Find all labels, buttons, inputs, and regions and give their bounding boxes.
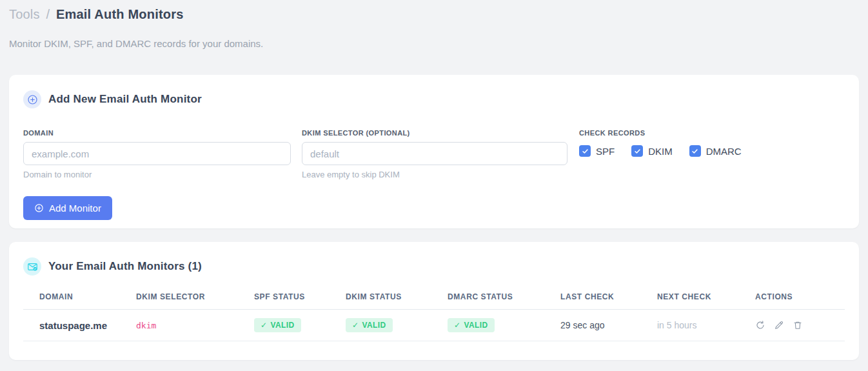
add-monitor-button-label: Add Monitor bbox=[49, 203, 101, 214]
refresh-icon[interactable] bbox=[755, 320, 765, 330]
dkim-selector-field-hint: Leave empty to skip DKIM bbox=[302, 170, 567, 179]
add-monitor-card-title: Add New Email Auth Monitor bbox=[48, 93, 202, 106]
column-header-domain: DOMAIN bbox=[23, 287, 136, 310]
dmarc-status-text: VALID bbox=[464, 321, 488, 330]
monitor-actions bbox=[755, 320, 845, 330]
dkim-selector-field-label: DKIM SELECTOR (OPTIONAL) bbox=[302, 129, 567, 137]
column-header-spf-status: SPF STATUS bbox=[254, 287, 346, 310]
domain-input[interactable] bbox=[23, 142, 291, 165]
dkim-selector-field-group: DKIM SELECTOR (OPTIONAL) Leave empty to … bbox=[302, 129, 567, 179]
check-icon: ✓ bbox=[352, 321, 359, 330]
monitor-next-check: in 5 hours bbox=[657, 310, 755, 341]
column-header-actions: ACTIONS bbox=[755, 287, 845, 310]
breadcrumb-tools-link[interactable]: Tools bbox=[9, 7, 40, 21]
plus-circle-icon bbox=[23, 90, 41, 108]
check-records-group: CHECK RECORDS SPF DKIM bbox=[579, 129, 758, 179]
dkim-status-text: VALID bbox=[362, 321, 386, 330]
dkim-checkbox[interactable]: DKIM bbox=[631, 145, 673, 157]
domain-field-label: DOMAIN bbox=[23, 129, 291, 137]
envelope-check-icon bbox=[23, 257, 41, 276]
breadcrumb: Tools / Email Auth Monitors bbox=[9, 0, 859, 22]
plus-circle-icon bbox=[34, 203, 44, 213]
add-monitor-card: Add New Email Auth Monitor DOMAIN Domain… bbox=[9, 75, 859, 228]
column-header-last-check: LAST CHECK bbox=[560, 287, 657, 310]
dmarc-status-badge: ✓ VALID bbox=[448, 318, 495, 332]
spf-status-badge: ✓ VALID bbox=[254, 318, 301, 332]
dmarc-checkbox-box-checked-icon bbox=[689, 145, 701, 157]
spf-checkbox-box-checked-icon bbox=[579, 145, 591, 157]
dkim-status-badge: ✓ VALID bbox=[346, 318, 393, 332]
check-icon: ✓ bbox=[261, 321, 267, 330]
column-header-dkim-status: DKIM STATUS bbox=[346, 287, 448, 310]
monitors-table: DOMAIN DKIM SELECTOR SPF STATUS DKIM STA… bbox=[23, 287, 845, 341]
delete-icon[interactable] bbox=[793, 320, 803, 330]
dkim-checkbox-label: DKIM bbox=[648, 146, 673, 157]
monitor-domain: statuspage.me bbox=[23, 310, 136, 341]
add-monitor-button[interactable]: Add Monitor bbox=[23, 196, 112, 220]
spf-checkbox[interactable]: SPF bbox=[579, 145, 615, 157]
column-header-dmarc-status: DMARC STATUS bbox=[448, 287, 560, 310]
add-monitor-form: DOMAIN Domain to monitor DKIM SELECTOR (… bbox=[23, 129, 845, 179]
spf-status-text: VALID bbox=[270, 321, 294, 330]
column-header-dkim-selector: DKIM SELECTOR bbox=[136, 287, 254, 310]
page-subtitle: Monitor DKIM, SPF, and DMARC records for… bbox=[9, 38, 859, 49]
breadcrumb-separator: / bbox=[43, 7, 52, 21]
dkim-selector-input[interactable] bbox=[302, 142, 567, 165]
monitors-card: Your Email Auth Monitors (1) DOMAIN DKIM… bbox=[9, 242, 859, 360]
email-auth-monitors-page: Tools / Email Auth Monitors Monitor DKIM… bbox=[0, 0, 868, 360]
monitors-card-header: Your Email Auth Monitors (1) bbox=[23, 257, 845, 276]
check-icon: ✓ bbox=[454, 321, 460, 330]
add-monitor-card-header: Add New Email Auth Monitor bbox=[23, 90, 845, 108]
monitor-last-check: 29 sec ago bbox=[560, 310, 657, 341]
table-header-row: DOMAIN DKIM SELECTOR SPF STATUS DKIM STA… bbox=[23, 287, 845, 310]
dkim-checkbox-box-checked-icon bbox=[631, 145, 643, 157]
edit-icon[interactable] bbox=[774, 320, 784, 330]
page-title: Email Auth Monitors bbox=[56, 7, 184, 21]
check-records-options: SPF DKIM DMARC bbox=[579, 145, 758, 157]
table-row: statuspage.me dkim ✓ VALID ✓ VALID bbox=[23, 310, 845, 341]
column-header-next-check: NEXT CHECK bbox=[657, 287, 755, 310]
dmarc-checkbox-label: DMARC bbox=[706, 146, 742, 157]
domain-field-group: DOMAIN Domain to monitor bbox=[23, 129, 291, 179]
dmarc-checkbox[interactable]: DMARC bbox=[689, 145, 742, 157]
domain-field-hint: Domain to monitor bbox=[23, 170, 291, 179]
monitor-dkim-selector: dkim bbox=[136, 310, 254, 341]
spf-checkbox-label: SPF bbox=[596, 146, 615, 157]
monitors-card-title: Your Email Auth Monitors (1) bbox=[48, 260, 202, 273]
check-records-label: CHECK RECORDS bbox=[579, 129, 758, 137]
